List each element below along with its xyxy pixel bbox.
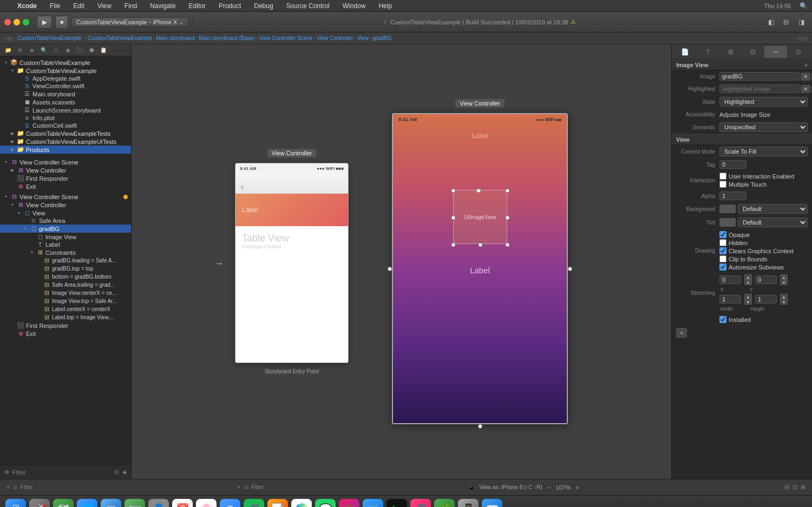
selection-handle-tc[interactable] (476, 189, 480, 193)
autoresize-row[interactable]: Autoresize Subviews (719, 264, 794, 271)
installed-control[interactable]: Installed (719, 316, 751, 323)
close-button[interactable] (4, 19, 11, 25)
menu-help[interactable]: Help (376, 2, 394, 10)
breadcrumb-project[interactable]: CustomTableViewExample (17, 35, 82, 41)
menu-xcode[interactable]: Xcode (15, 2, 39, 10)
nav-group-uitests[interactable]: ▶ 📁 CustomTableViewExampleUITests (0, 137, 131, 146)
stretching-x-down[interactable]: ▼ (744, 280, 752, 285)
stretching-h-stepper[interactable]: ▲ ▼ (780, 294, 788, 305)
menu-find[interactable]: Find (122, 2, 139, 10)
aspect-icon[interactable]: ⊞ (801, 484, 806, 491)
user-interaction-row[interactable]: User Interaction Enabled (719, 173, 794, 180)
nav-exit2[interactable]: ▾ ⊕ Exit (0, 330, 131, 338)
highlighted-input[interactable] (719, 84, 800, 93)
scheme-selector[interactable]: CustomTableViewExample › iPhone X ⌄ (71, 17, 188, 27)
nav-scene2[interactable]: ▾ ⊟ View Controller Scene (0, 193, 131, 201)
selection-handle-tl[interactable] (451, 189, 455, 193)
image-clear-button[interactable]: ✕ (801, 73, 810, 81)
nav-vc2[interactable]: ▾ ⊞ View Controller (0, 201, 131, 209)
zoom-in-button[interactable]: + (575, 483, 579, 492)
menu-view[interactable]: View (95, 2, 114, 10)
tag-input[interactable] (719, 160, 746, 169)
nav-icon-warnings[interactable]: ⚠ (51, 46, 61, 55)
dock-mail[interactable]: ✉ (101, 499, 121, 508)
storyboard-canvas[interactable]: View Controller → 9:41 AM ●●●WiFi■■■ (132, 44, 671, 479)
tab-attributes[interactable]: ⊟ (742, 46, 764, 58)
nav-file-infoplist[interactable]: ▾ ≡ Info.plist (0, 114, 131, 122)
dock-safari[interactable]: 🌐 (77, 499, 97, 508)
hidden-checkbox[interactable] (719, 239, 726, 246)
dock-itunes[interactable]: 🎵 (410, 499, 431, 508)
stretching-y-up[interactable]: ▲ (780, 274, 788, 280)
selection-handle-bl[interactable] (451, 243, 455, 247)
nav-file-appdelegate[interactable]: ▾ S AppDelegate.swift (0, 75, 131, 82)
nav-vc1[interactable]: ▶ ⊞ View Controller (0, 166, 131, 174)
nav-constraint-7[interactable]: ▾ ⊟ Label.centerX = centerX (0, 305, 131, 313)
stretching-y-stepper[interactable]: ▲ ▼ (780, 274, 788, 285)
dock-dash[interactable]: 📖 (482, 499, 502, 508)
run-button[interactable]: ▶ (37, 16, 52, 29)
multiple-touch-checkbox[interactable] (719, 181, 726, 188)
nav-constraint-2[interactable]: ▾ ⊟ gradBG.top = top (0, 265, 131, 273)
background-swatch[interactable] (719, 205, 736, 213)
zoom-out-button[interactable]: − (547, 483, 551, 492)
alpha-input[interactable] (719, 192, 746, 200)
selection-handle-mr[interactable] (506, 216, 509, 220)
tab-file[interactable]: 📄 (674, 46, 697, 58)
inspector-toggle[interactable]: ◨ (795, 16, 808, 28)
nav-constraint-1[interactable]: ▾ ⊟ gradBG.leading = Safe A... (0, 256, 131, 265)
dock-simulator[interactable]: 📱 (458, 499, 479, 508)
maximize-button[interactable] (23, 19, 29, 25)
nav-group-tests[interactable]: ▶ 📁 CustomTableViewExampleTests (0, 129, 131, 137)
nav-file-viewcontroller[interactable]: ▾ S ViewController.swift (0, 82, 131, 90)
nav-constraint-6[interactable]: ▾ ⊟ Image View.top = Safe Ar... (0, 297, 131, 305)
stretching-w-up[interactable]: ▲ (744, 294, 752, 299)
multiple-touch-row[interactable]: Multiple Touch (719, 181, 794, 188)
menu-product[interactable]: Product (217, 2, 243, 10)
nav-icon-breakpoints[interactable]: ⬟ (87, 46, 96, 55)
tab-size[interactable]: ↔ (764, 46, 787, 58)
dock-whatsapp[interactable]: 💬 (315, 499, 336, 508)
nav-imageview[interactable]: ▾ ◻ Image View (0, 233, 131, 241)
resize-handle-left[interactable] (388, 267, 392, 271)
add-variation-button[interactable]: + (676, 328, 687, 338)
nav-file-launchscreen[interactable]: ▾ ☰ LaunchScreen.storyboard (0, 106, 131, 114)
installed-checkbox[interactable] (719, 316, 726, 323)
clears-checkbox[interactable] (719, 247, 726, 254)
stretching-h-input[interactable] (755, 295, 777, 304)
menu-file[interactable]: File (48, 2, 62, 10)
nav-label[interactable]: ▾ T Label (0, 241, 131, 248)
clears-row[interactable]: Clears Graphics Context (719, 247, 794, 254)
state-select[interactable]: Highlighted (719, 97, 808, 107)
menu-editor[interactable]: Editor (187, 2, 208, 10)
fit-icon[interactable]: ⊟ (784, 484, 789, 491)
tab-connections[interactable]: ⊙ (787, 46, 810, 58)
nav-group-main[interactable]: ▾ 📁 CustomTableViewExample (0, 67, 131, 75)
dock-terminal[interactable]: ▶ (387, 499, 407, 508)
hidden-row[interactable]: Hidden (719, 239, 794, 246)
highlighted-clear-button[interactable]: ✕ (801, 85, 810, 93)
nav-icon-folder[interactable]: 📁 (3, 46, 13, 55)
dock-appstore[interactable]: 🛒 (363, 499, 383, 508)
dock-slack[interactable]: 💼 (339, 499, 359, 508)
add-icon2[interactable]: + (238, 484, 241, 490)
minimize-button[interactable] (14, 19, 20, 25)
menu-edit[interactable]: Edit (71, 2, 87, 10)
dock-facetime[interactable]: 📷 (125, 499, 145, 508)
nav-file-assets[interactable]: ▾ ◼ Assets.xcassets (0, 98, 131, 106)
semantic-select[interactable]: Unspecified (719, 122, 808, 132)
debug-toggle[interactable]: ⊟ (780, 16, 793, 28)
navigator-toggle[interactable]: ◧ (764, 16, 777, 28)
nav-recent-icon[interactable]: ◈ (122, 469, 127, 476)
autoresize-checkbox[interactable] (719, 264, 726, 271)
stretching-w-down[interactable]: ▼ (744, 299, 752, 305)
nav-safearea[interactable]: ▾ ⊡ Safe Area (0, 217, 131, 225)
nav-history-icon[interactable]: ⊙ (114, 469, 119, 476)
nav-responder1[interactable]: ▾ ⬛ First Responder (0, 174, 131, 182)
clip-row[interactable]: Clip to Bounds (719, 255, 794, 262)
stretching-y-down[interactable]: ▼ (780, 280, 788, 285)
breadcrumb-gradbg[interactable]: gradBG (372, 35, 391, 41)
breadcrumb-base[interactable]: Main.storyboard (Base) (199, 35, 255, 41)
dock-xcode[interactable]: ⚙ (220, 499, 240, 508)
dock-sourcetree[interactable]: 🌿 (434, 499, 455, 508)
